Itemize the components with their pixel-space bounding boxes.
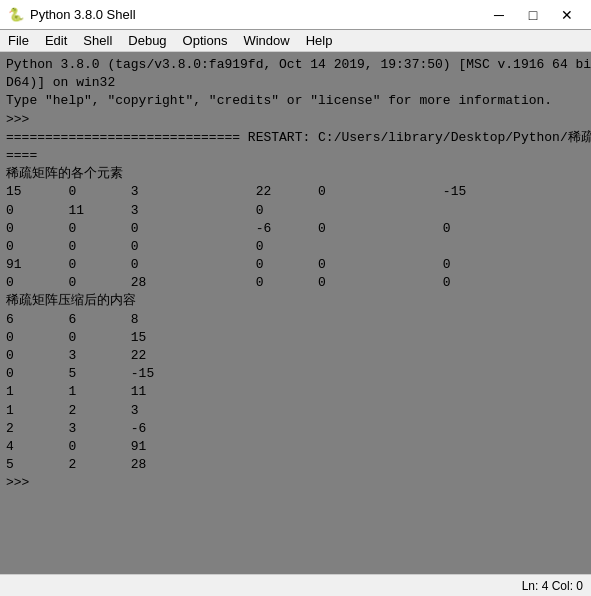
cursor-position: Ln: 4 Col: 0 [522,579,583,593]
close-button[interactable]: ✕ [551,4,583,26]
window-title: Python 3.8.0 Shell [30,7,136,22]
intro-text: Python 3.8.0 (tags/v3.8.0:fa919fd, Oct 1… [6,56,585,493]
prompt-1: >>> [6,112,37,127]
python-icon: 🐍 [8,7,24,23]
menu-edit[interactable]: Edit [37,30,75,51]
status-bar: Ln: 4 Col: 0 [0,574,591,596]
menu-window[interactable]: Window [235,30,297,51]
menu-debug[interactable]: Debug [120,30,174,51]
menu-bar: File Edit Shell Debug Options Window Hel… [0,30,591,52]
prompt-2: >>> [6,475,37,490]
maximize-button[interactable]: □ [517,4,549,26]
title-bar: 🐍 Python 3.8.0 Shell ─ □ ✕ [0,0,591,30]
title-left: 🐍 Python 3.8.0 Shell [8,7,136,23]
menu-shell[interactable]: Shell [75,30,120,51]
window-controls: ─ □ ✕ [483,4,583,26]
menu-options[interactable]: Options [175,30,236,51]
minimize-button[interactable]: ─ [483,4,515,26]
shell-output[interactable]: Python 3.8.0 (tags/v3.8.0:fa919fd, Oct 1… [0,52,591,574]
menu-help[interactable]: Help [298,30,341,51]
menu-file[interactable]: File [0,30,37,51]
